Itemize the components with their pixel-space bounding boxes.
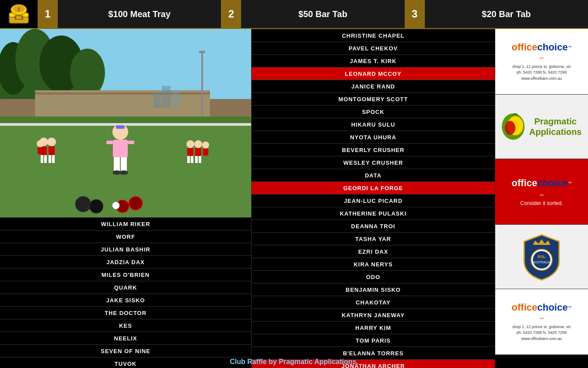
left-name-row: SEVEN OF NINE <box>0 344 251 357</box>
prize2-number: 2 <box>222 0 241 28</box>
middle-name-row: NYOTA UHURA <box>252 131 495 143</box>
middle-name-row: CHRISTINE CHAPEL <box>252 29 495 42</box>
oc3-smile: ⌣ <box>539 313 544 322</box>
middle-name-row: CHAKOTAY <box>252 296 495 308</box>
svg-rect-22 <box>162 86 171 108</box>
middle-name-row: BEVERLY CRUSHER <box>252 143 495 156</box>
svg-point-59 <box>112 202 119 209</box>
svg-rect-23 <box>173 90 179 108</box>
left-name-row: KES <box>0 319 251 332</box>
svg-rect-38 <box>113 140 128 157</box>
rsl-badge-icon: RSL AUSTRALIA AUSTRALIA <box>522 233 561 281</box>
middle-name-row: ODO <box>252 270 495 283</box>
middle-name-row: JAMES T. KIRK <box>252 54 495 67</box>
svg-point-49 <box>194 140 202 148</box>
bowling-scene <box>0 29 251 217</box>
oc1-office: office <box>511 42 537 53</box>
middle-name-row: BENJAMIN SISKO <box>252 283 495 296</box>
middle-name-row: KIRA NERYS <box>252 258 495 270</box>
middle-name-row: PAVEL CHEKOV <box>252 42 495 54</box>
pragmatic-logo-icon <box>501 113 525 141</box>
middle-name-row: WESLEY CRUSHER <box>252 156 495 169</box>
middle-name-row: DATA <box>252 169 495 181</box>
middle-name-row: HIKARU SULU <box>252 118 495 131</box>
main-content: WILLIAM RIKERWORFJULIAN BASHIRJADZIA DAX… <box>0 29 588 355</box>
oc1-info: shop 1, 12 prince st. gisborne, vicph. 5… <box>512 64 571 82</box>
svg-rect-48 <box>191 156 193 163</box>
svg-rect-24 <box>153 92 161 108</box>
svg-rect-54 <box>203 149 208 156</box>
svg-rect-42 <box>121 157 127 173</box>
header: $ 1 $100 Meat Tray 2 $50 Bar Tab 3 $20 B… <box>0 0 588 29</box>
svg-rect-21 <box>0 117 251 123</box>
svg-rect-39 <box>106 141 113 144</box>
oc2-choice: choice <box>537 177 568 189</box>
middle-name-row: DEANNA TROI <box>252 219 495 232</box>
svg-rect-32 <box>49 155 51 163</box>
svg-text:$: $ <box>18 7 20 12</box>
svg-rect-52 <box>199 156 201 163</box>
svg-point-62 <box>505 121 515 135</box>
svg-rect-51 <box>195 156 198 163</box>
svg-rect-50 <box>195 148 201 156</box>
oc3-office: office <box>511 302 537 313</box>
left-name-row: JADZIA DAX <box>0 255 251 268</box>
oc2-tm: ™ <box>568 181 572 185</box>
svg-point-53 <box>202 142 209 149</box>
prize2-label: $50 Bar Tab <box>241 0 405 28</box>
middle-name-row: JEAN-LUC PICARD <box>252 194 495 207</box>
left-panel: WILLIAM RIKERWORFJULIAN BASHIRJADZIA DAX… <box>0 29 251 355</box>
middle-panel: CHRISTINE CHAPELPAVEL CHEKOVJAMES T. KIR… <box>251 29 495 355</box>
svg-rect-19 <box>199 51 205 53</box>
svg-rect-18 <box>201 51 203 117</box>
middle-name-row: JANICE RAND <box>252 80 495 92</box>
oc2-smile: ⌣ <box>539 191 544 198</box>
left-name-row: JULIAN BASHIR <box>0 243 251 255</box>
svg-rect-29 <box>44 155 47 163</box>
svg-rect-40 <box>128 141 134 144</box>
ad-officechoice-2: office choice ™ ⌣ Consider it sorted. <box>495 159 588 225</box>
svg-rect-31 <box>49 146 55 155</box>
left-names-list: WILLIAM RIKERWORFJULIAN BASHIRJADZIA DAX… <box>0 217 251 368</box>
ad-rsl: RSL AUSTRALIA AUSTRALIA <box>495 225 588 289</box>
oc2-tagline: Consider it sorted. <box>520 200 563 206</box>
svg-rect-25 <box>0 123 251 126</box>
svg-rect-47 <box>187 156 190 163</box>
svg-rect-3 <box>16 16 21 19</box>
ad-officechoice-3: office choice ™ ⌣ shop 1, 12 prince st. … <box>495 289 588 355</box>
svg-text:AUSTRALIA: AUSTRALIA <box>533 261 550 264</box>
left-name-row: JAKE SISKO <box>0 294 251 306</box>
svg-text:RSL: RSL <box>538 255 546 259</box>
svg-point-55 <box>75 196 91 212</box>
left-name-row: THE DOCTOR <box>0 306 251 319</box>
prize3-number: 3 <box>406 0 425 28</box>
middle-name-row: HARRY KIM <box>252 321 495 334</box>
left-name-row: NEELIX <box>0 332 251 344</box>
logo: $ <box>0 0 38 28</box>
ad-pragmatic: Pragmatic Applications <box>495 95 588 159</box>
svg-rect-28 <box>41 155 43 163</box>
middle-name-row: EZRI DAX <box>252 245 495 258</box>
oc3-tm: ™ <box>568 305 572 310</box>
oc3-choice: choice <box>537 302 568 313</box>
middle-name-row: TASHA YAR <box>252 232 495 245</box>
svg-rect-33 <box>52 155 55 163</box>
svg-point-34 <box>37 140 44 147</box>
prize1-label: $100 Meat Tray <box>58 0 222 28</box>
svg-point-64 <box>533 251 550 269</box>
ad-officechoice-1: office choice ™ ⌣ shop 1, 12 prince st. … <box>495 29 588 95</box>
svg-rect-41 <box>114 157 120 173</box>
prize1-number: 1 <box>38 0 58 28</box>
left-name-row: MILES O'BRIEN <box>0 268 251 281</box>
left-name-row: WORF <box>0 230 251 243</box>
pragmatic-subtitle: Applications <box>529 127 581 137</box>
svg-point-56 <box>89 199 103 213</box>
middle-name-row: KATHERINE PULASKI <box>252 207 495 219</box>
left-name-row: QUARK <box>0 281 251 294</box>
oc1-tm: ™ <box>568 45 572 50</box>
pragmatic-title: Pragmatic <box>529 116 581 127</box>
svg-point-14 <box>70 49 105 97</box>
oc2-office: office <box>511 177 537 189</box>
svg-rect-46 <box>187 148 193 156</box>
footer-text: Club Raffle by Pragmatic Applications. <box>230 358 358 366</box>
